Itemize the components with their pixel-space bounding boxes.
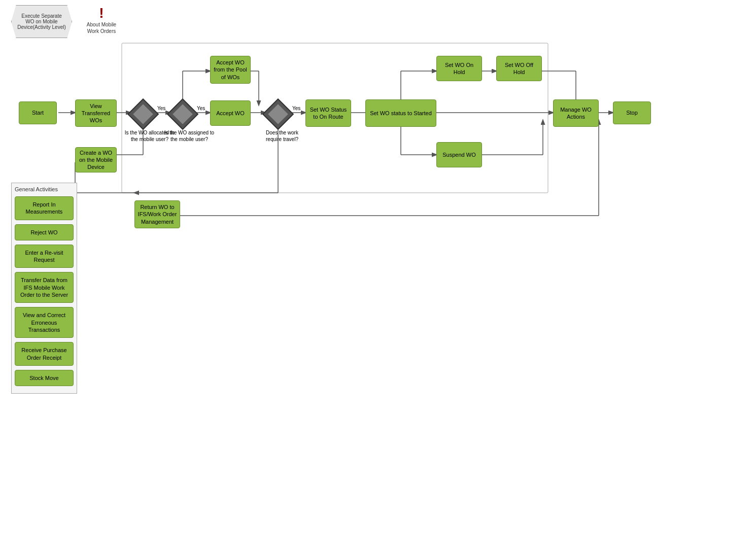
general-activity-view-correct[interactable]: View and Correct Erroneous Transactions: [15, 307, 74, 338]
accept-wo-pool-box[interactable]: Accept WO from the Pool of WOs: [210, 56, 251, 84]
general-activity-report-measurements[interactable]: Report In Measurements: [15, 196, 74, 220]
general-activity-stock-move[interactable]: Stock Move: [15, 370, 74, 386]
suspend-wo-box[interactable]: Suspend WO: [436, 142, 482, 167]
general-activity-purchase-order[interactable]: Receive Purchase Order Receipt: [15, 342, 74, 366]
about-label: About Mobile Work Orders: [81, 21, 122, 34]
about-icon: !: [81, 5, 122, 21]
accept-wo-box[interactable]: Accept WO: [210, 100, 251, 126]
general-activity-reject-wo[interactable]: Reject WO: [15, 224, 74, 240]
stop-box[interactable]: Stop: [613, 101, 651, 124]
yes1-label: Yes: [157, 106, 165, 111]
decision3-container: [265, 101, 291, 127]
set-wo-status-on-route-box[interactable]: Set WO Status to On Route: [305, 99, 351, 127]
decision2-container: [170, 101, 195, 127]
start-box[interactable]: Start: [19, 101, 57, 124]
general-activity-revisit[interactable]: Enter a Re-visit Request: [15, 245, 74, 268]
set-wo-status-started-box[interactable]: Set WO status to Started: [365, 99, 436, 127]
view-transferred-wos-box[interactable]: View Transferred WOs: [75, 99, 117, 127]
header-title: Execute Separate WO on Mobile Device(Act…: [12, 13, 72, 30]
header-shape: Execute Separate WO on Mobile Device(Act…: [11, 5, 72, 38]
decision3-label: Does the work require travel?: [259, 129, 305, 143]
create-wo-mobile-box[interactable]: Create a WO on the Mobile Device: [75, 147, 117, 172]
general-activities-title: General Activities: [15, 186, 74, 192]
yes2-label: Yes: [197, 106, 205, 111]
connector-overlay: [0, 0, 756, 553]
about-section: ! About Mobile Work Orders: [81, 5, 122, 34]
decision2-label: Is the WO assigned to the mobile user?: [164, 129, 215, 143]
return-wo-box[interactable]: Return WO to IFS/Work Order Management: [134, 200, 180, 228]
decision1-container: [130, 101, 156, 127]
set-wo-off-hold-box[interactable]: Set WO Off Hold: [496, 56, 542, 81]
general-activities-panel: General Activities Report In Measurement…: [11, 183, 77, 394]
manage-wo-actions-box[interactable]: Manage WO Actions: [553, 99, 599, 127]
general-activity-transfer-data[interactable]: Transfer Data from IFS Mobile Work Order…: [15, 272, 74, 303]
diagram-container: Execute Separate WO on Mobile Device(Act…: [0, 0, 756, 553]
yes3-label: Yes: [292, 106, 300, 111]
set-wo-on-hold-box[interactable]: Set WO On Hold: [436, 56, 482, 81]
